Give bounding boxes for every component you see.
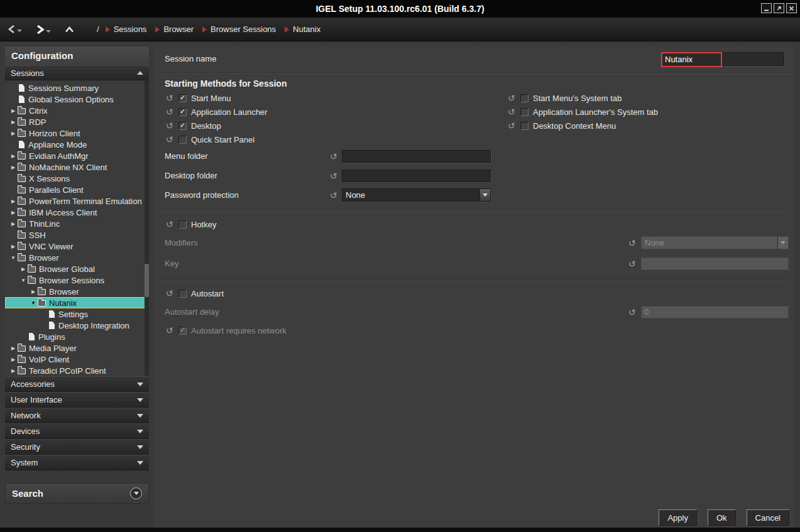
- collapse-icon[interactable]: ▼: [29, 300, 38, 306]
- search-expand-button[interactable]: [130, 487, 142, 499]
- checkbox-hotkey[interactable]: [178, 220, 187, 229]
- session-name-input[interactable]: Nutanix: [661, 52, 722, 67]
- reset-icon[interactable]: ↺: [507, 121, 516, 130]
- dropdown-button[interactable]: [479, 189, 490, 201]
- expand-icon[interactable]: ▶: [9, 153, 18, 159]
- section-header-network[interactable]: Network: [5, 408, 149, 423]
- expand-icon[interactable]: ▶: [9, 221, 18, 227]
- checkbox-desktop-context-menu[interactable]: [520, 122, 529, 130]
- checkbox-application-launcher-s-system-tab[interactable]: [520, 108, 529, 116]
- expand-icon[interactable]: ▶: [9, 198, 18, 204]
- checkbox-start-menu[interactable]: [178, 94, 187, 102]
- collapse-icon[interactable]: ▼: [9, 255, 18, 261]
- expand-icon[interactable]: ▶: [19, 266, 28, 272]
- expand-icon[interactable]: ▶: [9, 345, 18, 351]
- expand-icon[interactable]: ▶: [9, 119, 18, 125]
- tree-item-browser-global[interactable]: ▶Browser Global: [5, 263, 149, 274]
- tree-item-thinlinc[interactable]: ▶ThinLinc: [5, 218, 149, 229]
- tree-item-x-sessions[interactable]: X Sessions: [5, 173, 149, 184]
- expand-icon[interactable]: ▶: [9, 131, 18, 136]
- reset-icon[interactable]: ↺: [507, 107, 516, 116]
- desktop-folder-input[interactable]: [342, 170, 491, 182]
- expand-icon[interactable]: ▶: [9, 108, 18, 114]
- expand-icon[interactable]: ▶: [9, 368, 18, 374]
- sidebar-scrollbar[interactable]: [145, 80, 149, 376]
- forward-history-dropdown-icon[interactable]: [46, 30, 51, 33]
- tree-item-browser[interactable]: ▼Browser: [5, 252, 149, 263]
- reset-icon[interactable]: ↺: [627, 308, 637, 317]
- tree-item-nomachine-nx-client[interactable]: ▶NoMachine NX Client: [5, 161, 149, 173]
- tree-item-browser[interactable]: ▶Browser: [5, 286, 149, 297]
- tree-item-browser-sessions[interactable]: ▼Browser Sessions: [5, 274, 149, 286]
- reset-icon[interactable]: ↺: [165, 220, 174, 229]
- menu-folder-input[interactable]: [342, 150, 491, 163]
- forward-button[interactable]: [36, 24, 45, 35]
- scrollbar-thumb[interactable]: [145, 264, 149, 297]
- tree-item-ibm-iaccess-client[interactable]: ▶IBM iAccess Client: [5, 207, 149, 218]
- section-header-system[interactable]: System: [5, 455, 149, 470]
- tree-item-voip-client[interactable]: ▶VoIP Client: [5, 354, 149, 365]
- expand-icon[interactable]: ▶: [9, 244, 18, 249]
- expand-icon[interactable]: ▶: [9, 165, 18, 170]
- reset-icon[interactable]: ↺: [165, 121, 174, 130]
- password-protection-select[interactable]: None: [342, 188, 491, 202]
- session-name-field[interactable]: Nutanix: [661, 52, 784, 66]
- section-header-security[interactable]: Security: [5, 439, 149, 455]
- expand-icon[interactable]: ▶: [9, 210, 18, 215]
- checkbox-desktop[interactable]: [178, 122, 187, 130]
- tree-item-plugins[interactable]: Plugins: [5, 331, 149, 342]
- reset-icon[interactable]: ↺: [165, 135, 174, 144]
- reset-icon[interactable]: ↺: [329, 171, 338, 180]
- collapse-icon[interactable]: ▼: [19, 278, 28, 283]
- back-button[interactable]: [8, 24, 16, 34]
- section-header-user-interface[interactable]: User Interface: [5, 392, 149, 408]
- maximize-button[interactable]: [774, 3, 784, 13]
- back-history-dropdown-icon[interactable]: [17, 30, 22, 32]
- reset-icon[interactable]: ↺: [165, 94, 174, 102]
- tree-item-ssh[interactable]: SSH: [5, 229, 149, 241]
- tree-item-horizon-client[interactable]: ▶Horizon Client: [5, 128, 149, 139]
- tree-item-powerterm-terminal-emulation[interactable]: ▶PowerTerm Terminal Emulation: [5, 195, 149, 207]
- expand-icon[interactable]: ▶: [29, 289, 38, 295]
- cancel-button[interactable]: Cancel: [747, 509, 789, 526]
- expand-icon[interactable]: ▶: [9, 357, 18, 362]
- checkbox-start-menu-s-system-tab[interactable]: [520, 94, 529, 102]
- ok-button[interactable]: Ok: [708, 509, 736, 526]
- tree-item-vnc-viewer[interactable]: ▶VNC Viewer: [5, 241, 149, 252]
- tree-item-sessions-summary[interactable]: Sessions Summary: [5, 82, 149, 94]
- tree-item-appliance-mode[interactable]: Appliance Mode: [5, 139, 149, 150]
- reset-icon[interactable]: ↺: [165, 289, 174, 298]
- checkbox-application-launcher[interactable]: [178, 108, 187, 116]
- tree-item-teradici-pcoip-client[interactable]: ▶Teradici PCoIP Client: [5, 365, 149, 376]
- apply-button[interactable]: Apply: [659, 509, 697, 526]
- tree-item-global-session-options[interactable]: Global Session Options: [5, 94, 149, 105]
- breadcrumb-item-browser-sessions[interactable]: Browser Sessions: [202, 24, 276, 34]
- search-panel[interactable]: Search: [5, 483, 149, 504]
- tree-item-nutanix[interactable]: ▼Nutanix: [5, 297, 149, 308]
- reset-icon[interactable]: ↺: [627, 259, 637, 268]
- breadcrumb-item-browser[interactable]: Browser: [155, 24, 194, 34]
- section-header-devices[interactable]: Devices: [5, 423, 149, 439]
- tree-item-parallels-client[interactable]: Parallels Client: [5, 184, 149, 195]
- checkbox-quick-start-panel[interactable]: [178, 136, 187, 144]
- breadcrumb-item-sessions[interactable]: Sessions: [106, 24, 147, 34]
- up-button[interactable]: [65, 26, 74, 33]
- tree-item-settings[interactable]: Settings: [5, 308, 149, 320]
- reset-icon[interactable]: ↺: [329, 191, 338, 200]
- checkbox-autostart[interactable]: [178, 290, 187, 298]
- reset-icon[interactable]: ↺: [507, 94, 516, 102]
- reset-icon[interactable]: ↺: [329, 152, 338, 161]
- tree-item-citrix[interactable]: ▶Citrix: [5, 105, 149, 116]
- reset-icon[interactable]: ↺: [165, 326, 174, 335]
- close-button[interactable]: [786, 3, 797, 13]
- tree-item-rdp[interactable]: ▶RDP: [5, 116, 149, 128]
- section-header-accessories[interactable]: Accessories: [5, 376, 149, 392]
- tree-item-desktop-integration[interactable]: Desktop Integration: [5, 320, 149, 331]
- section-header-sessions[interactable]: Sessions: [5, 65, 149, 80]
- breadcrumb-item-nutanix[interactable]: Nutanix: [285, 24, 321, 34]
- tree-item-evidian-authmgr[interactable]: ▶Evidian AuthMgr: [5, 150, 149, 161]
- minimize-button[interactable]: [761, 3, 772, 13]
- tree-item-media-player[interactable]: ▶Media Player: [5, 342, 149, 354]
- reset-icon[interactable]: ↺: [627, 239, 637, 247]
- breadcrumb-root[interactable]: /: [97, 24, 99, 34]
